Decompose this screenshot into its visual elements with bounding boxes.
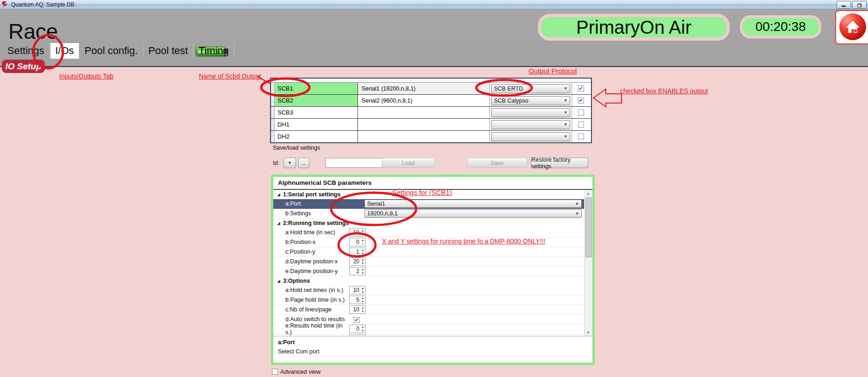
pg-row-b-settings[interactable]: b:Settings19200,n,8,1▼ [273,209,585,219]
spinner-up-icon[interactable]: ▲ [360,238,365,242]
output-name-cell[interactable]: DH2 [275,131,358,142]
output-protocol-dropdown[interactable]: ▼ [491,108,570,117]
spinner-value [350,335,360,336]
output-name-cell[interactable]: DH1 [275,119,358,130]
category-title: 3:Options [283,278,310,284]
tab-settings[interactable]: Settings [2,43,50,59]
restore-factory-settings-button[interactable]: Restore factory settings [531,158,588,168]
spinner-field[interactable]: 5▲▼ [349,296,366,304]
advanced-view-checkbox[interactable]: ✔ [272,369,278,375]
expander-icon[interactable] [277,193,280,196]
spinner-down-icon[interactable]: ▼ [360,290,365,294]
output-name-cell[interactable]: SCB3 [275,107,358,118]
load-button[interactable]: Load [382,158,435,168]
spinner-down-icon[interactable]: ▼ [360,271,365,275]
vertical-scrollbar[interactable]: ▲ ▼ [584,190,592,336]
pg-row-a-hold-net-times-in-s[interactable]: a:Hold net times (in s.)10▲▼ [273,286,585,295]
spinner-up-icon[interactable]: ▲ [360,229,365,232]
enable-output-checkbox[interactable]: ✔ [578,97,584,103]
spinner-field[interactable]: 2▲▼ [349,267,366,275]
red-arrow-left [593,89,622,107]
spinner-value: 0 [350,325,360,333]
output-protocol-dropdown[interactable]: ▼ [491,120,570,129]
spinner-down-icon[interactable]: ▼ [360,242,365,246]
pg-row-e-results-hold-time-in-s[interactable]: e:Results hold time (in s.)0▲▼ [273,324,585,334]
spinner-field[interactable]: 10▲▼ [349,305,366,314]
spinner-field[interactable]: 10▲▼ [349,286,366,294]
scroll-up-icon[interactable]: ▲ [585,190,592,197]
spinner-up-icon[interactable]: ▲ [360,325,365,329]
spinner-field[interactable]: 0▲▼ [349,238,366,246]
annotation-settings-for-scb1: Settings for (SCB1) [392,188,452,196]
row-selector-margin[interactable] [271,119,275,130]
spinner-field[interactable]: 0▲▼ [349,325,366,333]
property-dropdown[interactable]: 19200,n,8,1▼ [364,209,582,218]
pg-category-3-options[interactable]: 3:Options [273,276,585,286]
spinner-down-icon[interactable]: ▼ [360,252,365,255]
tab-i-os[interactable]: I/Os [50,43,80,59]
pg-row-a-hold-time-in-sec[interactable]: a:Hold time (in sec)10▲▼ [273,228,585,237]
output-protocol-dropdown[interactable]: SCB Calypso▼ [491,96,570,105]
app-icon [2,1,9,8]
enable-output-checkbox[interactable]: ✔ [578,134,584,140]
pg-row-c-position-y[interactable]: c:Position-y1▲▼ [273,247,585,257]
spinner-field[interactable]: 20▲▼ [349,257,366,266]
output-name-cell[interactable]: SCB2 [275,95,358,106]
expander-icon[interactable] [277,222,280,225]
expander-icon[interactable] [277,280,280,283]
pg-row-b-page-hold-time-in-s[interactable]: b:Page hold time (in s.)5▲▼ [273,295,585,305]
pg-row-e-daytime-position-y[interactable]: e:Daytime position-y2▲▼ [273,267,585,276]
browse-button[interactable]: .. [298,158,309,168]
property-checkbox[interactable]: ✔ [354,317,360,323]
tab-timing[interactable]: Timing [193,43,234,59]
spinner-value: 1 [350,248,360,255]
enable-output-checkbox[interactable]: ✔ [578,85,584,91]
enable-output-checkbox[interactable]: ✔ [578,122,584,128]
scroll-down-icon[interactable]: ▼ [585,329,592,336]
id-dropdown-button[interactable]: ▼ [283,158,296,168]
row-selector-margin[interactable] [271,107,275,118]
enable-output-checkbox[interactable]: ✔ [578,109,584,116]
scrollbar-thumb[interactable] [585,197,592,257]
advanced-view-row: ✔ Advanced view [272,368,320,375]
spinner-field[interactable]: ▲▼ [349,334,366,336]
spinner-value: 10 [350,286,360,294]
home-button[interactable] [835,10,868,44]
tab-pool-config[interactable]: Pool config. [80,43,143,59]
output-protocol-dropdown[interactable]: SCB ERTD▼ [491,84,570,93]
pg-row-a-port[interactable]: a:PortSerial1▼ [273,199,585,209]
spinner-up-icon[interactable]: ▲ [360,268,365,271]
tab-pool-test[interactable]: Pool test [143,43,194,59]
spinner-up-icon[interactable]: ▲ [360,296,365,300]
tab-bar: SettingsI/OsPool config.Pool testTiming [2,43,234,59]
minimize-button[interactable] [837,1,851,9]
property-dropdown[interactable]: Serial1▼ [364,200,582,208]
settings-name-input[interactable] [326,158,384,168]
spinner-down-icon[interactable]: ▼ [360,232,365,236]
spinner-up-icon[interactable]: ▲ [360,335,365,336]
pg-row-c-nb-of-lines-page[interactable]: c:Nb of lines/page10▲▼ [273,305,585,315]
output-name-cell[interactable]: SCB1 [275,83,358,94]
row-selector-margin[interactable] [271,83,275,94]
spinner-down-icon[interactable]: ▼ [360,329,365,333]
spinner-up-icon[interactable]: ▲ [360,258,365,261]
pg-row-d-daytime-position-x[interactable]: d:Daytime position-x20▲▼ [273,257,585,267]
spinner-down-icon[interactable]: ▼ [360,261,365,265]
spinner-field[interactable]: 10▲▼ [349,228,366,237]
spinner-down-icon[interactable]: ▼ [360,300,365,304]
port-description-cell [358,107,490,118]
description-text: Select Com port [278,348,588,355]
spinner-field[interactable]: 1▲▼ [349,248,366,256]
spinner-up-icon[interactable]: ▲ [360,306,365,310]
spinner-up-icon[interactable]: ▲ [360,286,365,290]
spinner-up-icon[interactable]: ▲ [360,248,365,252]
on-air-badge: PrimaryOn Air [538,14,730,41]
row-selector-margin[interactable] [271,131,275,142]
spinner-down-icon[interactable]: ▼ [360,310,365,313]
row-selector-margin[interactable] [271,95,275,106]
save-button[interactable]: Save [467,158,527,168]
category-title: 2:Running time settings [283,220,349,226]
pg-category-2-running-time-settings[interactable]: 2:Running time settings [273,219,585,228]
output-protocol-dropdown[interactable]: ▼ [491,132,570,141]
restore-button[interactable] [852,1,867,9]
